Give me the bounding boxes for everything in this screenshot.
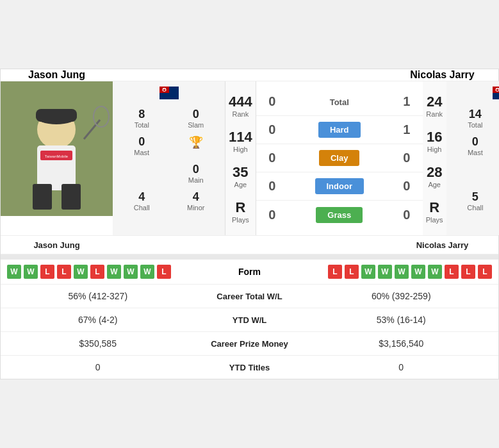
stats-center-label: YTD W/L — [186, 315, 314, 325]
right-name-text: Nicolas Jarry — [410, 69, 475, 80]
scores-section: 0 Total 1 0 Hard 1 0 Clay 0 — [256, 81, 423, 235]
left-flag — [160, 87, 179, 102]
age-stat: 35 Age — [233, 164, 248, 188]
right-chall-label: Chall — [467, 204, 483, 212]
form-section: WWLLWLWWWL Form LLWWWWWLLL — [1, 260, 498, 285]
left-form-badge: W — [7, 265, 21, 279]
left-main-cell-holder: 0 Main — [170, 161, 222, 186]
header-row: Jason Jung Nicolas Jarry — [1, 69, 498, 81]
player-names-under: Jason Jung Nicolas Jarry — [1, 235, 498, 254]
left-total-cell: 8 Total — [116, 106, 168, 131]
plays-stat: R Plays — [232, 199, 249, 224]
left-form-badge: L — [90, 265, 104, 279]
stats-right-val: 0 — [314, 362, 489, 372]
stats-left-val: $350,585 — [10, 338, 186, 349]
right-photo-name-text: Nicolas Jarry — [416, 240, 469, 250]
left-form-badge: W — [140, 265, 154, 279]
plays-label: Plays — [232, 216, 249, 224]
stats-left-val: 67% (4-2) — [10, 315, 186, 325]
right-form-badge: L — [461, 265, 475, 279]
left-mast-value: 0 — [138, 135, 145, 149]
svg-rect-4 — [33, 184, 52, 210]
stats-right-val: 53% (16-14) — [314, 315, 489, 325]
left-slam-cell: 0 Slam — [170, 106, 222, 131]
grass-badge: Grass — [316, 207, 363, 223]
right-total-label: Total — [468, 121, 482, 129]
indoor-left-score: 0 — [256, 179, 288, 194]
left-total-value: 8 — [138, 108, 145, 121]
right-photo-name: Nicolas Jarry — [386, 236, 498, 254]
svg-text:TaiwanMobile: TaiwanMobile — [45, 154, 69, 158]
total-text: Total — [330, 97, 349, 107]
left-chall-cell: 4 Chall — [116, 188, 168, 213]
left-form: WWLLWLWWWL — [7, 265, 199, 279]
rank-stat: 444 Rank — [229, 94, 252, 118]
right-total-value: 14 — [469, 108, 482, 121]
stats-center-label: Career Prize Money — [186, 339, 314, 349]
right-mast-value: 0 — [472, 135, 479, 149]
hard-score-row: 0 Hard 1 — [256, 116, 423, 144]
left-age-value: 35 — [233, 164, 248, 181]
clay-right-score: 0 — [391, 151, 423, 165]
right-total-cell: 14 Total — [450, 106, 499, 131]
rank-label: Rank — [229, 110, 252, 118]
right-player-name-header: Nicolas Jarry — [386, 69, 498, 81]
form-label: Form — [199, 267, 301, 277]
svg-rect-5 — [61, 184, 81, 210]
right-form-badge: W — [361, 265, 375, 279]
left-form-badge: W — [124, 265, 138, 279]
left-form-badge: W — [74, 265, 88, 279]
right-form-badge: L — [478, 265, 492, 279]
stats-table: 56% (412-327) Career Total W/L 60% (392-… — [1, 285, 498, 379]
stats-left-val: 0 — [10, 362, 186, 372]
right-form-badge: W — [428, 265, 442, 279]
right-player-info: 14 Total 0 Slam 0 Mast 🏆 3 Main — [446, 81, 499, 235]
total-label: Total — [288, 96, 391, 108]
grass-score-row: 0 Grass 0 — [256, 201, 423, 229]
right-flag — [493, 87, 499, 102]
left-chall-label: Chall — [134, 204, 150, 212]
right-high-label: High — [427, 145, 442, 153]
left-slam-label: Slam — [188, 121, 204, 129]
left-main-value: 0 — [193, 163, 199, 176]
right-stats-panel: 24 Rank 16 High 28 Age R Plays — [423, 81, 446, 235]
grass-right-score: 0 — [391, 208, 423, 222]
total-score-row: 0 Total 1 — [256, 88, 423, 116]
right-form-badge: W — [378, 265, 392, 279]
left-player-info: 8 Total 0 Slam 0 Mast 🏆 0 Main — [113, 81, 225, 235]
right-form-badge: L — [445, 265, 459, 279]
high-stat: 114 High — [229, 129, 252, 153]
age-label: Age — [233, 181, 248, 188]
stats-row: 0 YTD Titles 0 — [1, 356, 498, 379]
right-stats-grid: 14 Total 0 Slam 0 Mast 🏆 3 Main — [450, 106, 499, 213]
section-divider — [1, 254, 498, 260]
right-age-label: Age — [427, 181, 442, 188]
grass-label: Grass — [288, 207, 391, 223]
left-photo-name: Jason Jung — [1, 236, 113, 254]
main-comparison: TaiwanMobile 8 Total 0 — [1, 81, 498, 235]
left-mast-label: Mast — [134, 149, 149, 156]
right-mast-label: Mast — [468, 149, 483, 156]
right-high-value: 16 — [427, 129, 442, 145]
stats-right-val: $3,156,540 — [314, 338, 489, 349]
left-form-badge: W — [24, 265, 38, 279]
left-form-badge: L — [40, 265, 54, 279]
left-trophy-icon: 🏆 — [189, 135, 203, 149]
left-minor-cell: 4 Minor — [170, 188, 222, 213]
right-form-badge: L — [328, 265, 342, 279]
stats-row: 67% (4-2) YTD W/L 53% (16-14) — [1, 308, 498, 332]
right-rank-stat: 24 Rank — [426, 94, 443, 118]
right-form: LLWWWWWLLL — [301, 265, 493, 279]
left-slam-value: 0 — [193, 108, 199, 121]
right-age-value: 28 — [427, 164, 442, 181]
high-label: High — [229, 145, 252, 153]
clay-left-score: 0 — [256, 151, 288, 165]
indoor-score-row: 0 Indoor 0 — [256, 172, 423, 201]
left-minor-label: Minor — [187, 204, 205, 212]
right-high-stat: 16 High — [427, 129, 442, 153]
right-age-stat: 28 Age — [427, 164, 442, 188]
left-high-value: 114 — [229, 129, 252, 145]
left-name-text: Jason Jung — [28, 69, 85, 80]
svg-rect-7 — [36, 109, 77, 122]
left-form-badge: W — [107, 265, 121, 279]
